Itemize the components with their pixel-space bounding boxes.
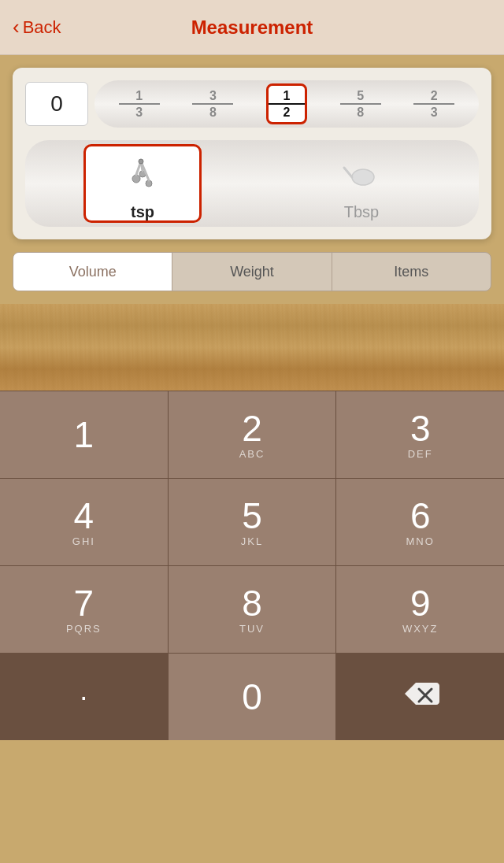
segment-tabs: Volume Weight Items [13,252,491,291]
fraction-item-2-3[interactable]: 2 3 [413,83,454,124]
fraction-item-1-2[interactable]: 1 2 [266,83,307,124]
unit-tbsp[interactable]: Tbsp [302,144,421,223]
keypad: 1 2 ABC 3 DEF 4 GHI 5 JKL 6 MNO 7 PQRS [0,391,504,740]
fraction-item-5-8[interactable]: 5 8 [340,83,381,124]
key-7[interactable]: 7 PQRS [0,566,169,653]
key-6[interactable]: 6 MNO [336,479,504,565]
tab-items[interactable]: Items [332,253,491,291]
key-5[interactable]: 5 JKL [169,479,337,565]
tbsp-icon [338,146,385,200]
fraction-item-3-8[interactable]: 3 8 [192,83,233,124]
tab-volume[interactable]: Volume [13,253,172,291]
key-dot[interactable]: · [0,654,169,740]
key-0[interactable]: 0 [169,654,337,740]
key-9[interactable]: 9 WXYZ [336,566,504,653]
key-1[interactable]: 1 [0,391,169,478]
unit-tsp[interactable]: tsp [83,144,202,223]
header: ‹ Back Measurement [0,0,504,55]
key-3[interactable]: 3 DEF [336,391,504,478]
key-2[interactable]: 2 ABC [169,391,337,478]
svg-line-8 [344,168,352,177]
fraction-item-1-3[interactable]: 1 3 [119,83,160,124]
fraction-row: 0 1 3 3 8 1 2 5 8 2 [25,80,479,128]
whole-number-display[interactable]: 0 [25,82,88,126]
page-title: Measurement [191,17,313,39]
fraction-picker: 1 3 3 8 1 2 5 8 2 3 [94,80,479,128]
keypad-row-1: 1 2 ABC 3 DEF [0,391,504,478]
backspace-icon [402,680,439,714]
keypad-row-2: 4 GHI 5 JKL 6 MNO [0,478,504,565]
key-4[interactable]: 4 GHI [0,479,169,565]
keypad-row-4: · 0 [0,653,504,740]
tbsp-label: Tbsp [344,203,379,221]
wood-background [0,304,504,391]
key-8[interactable]: 8 TUV [169,566,337,653]
key-backspace[interactable] [336,654,504,740]
svg-point-6 [139,159,143,164]
back-button[interactable]: ‹ Back [13,15,61,39]
keypad-row-3: 7 PQRS 8 TUV 9 WXYZ [0,565,504,653]
svg-point-7 [352,169,374,185]
tsp-label: tsp [131,203,154,221]
unit-picker: tsp Tbsp [25,140,479,227]
back-label: Back [23,17,61,38]
back-chevron-icon: ‹ [13,15,20,39]
picker-card: 0 1 3 3 8 1 2 5 8 2 [13,68,491,239]
tsp-icon [119,146,166,200]
tab-weight[interactable]: Weight [172,253,332,291]
